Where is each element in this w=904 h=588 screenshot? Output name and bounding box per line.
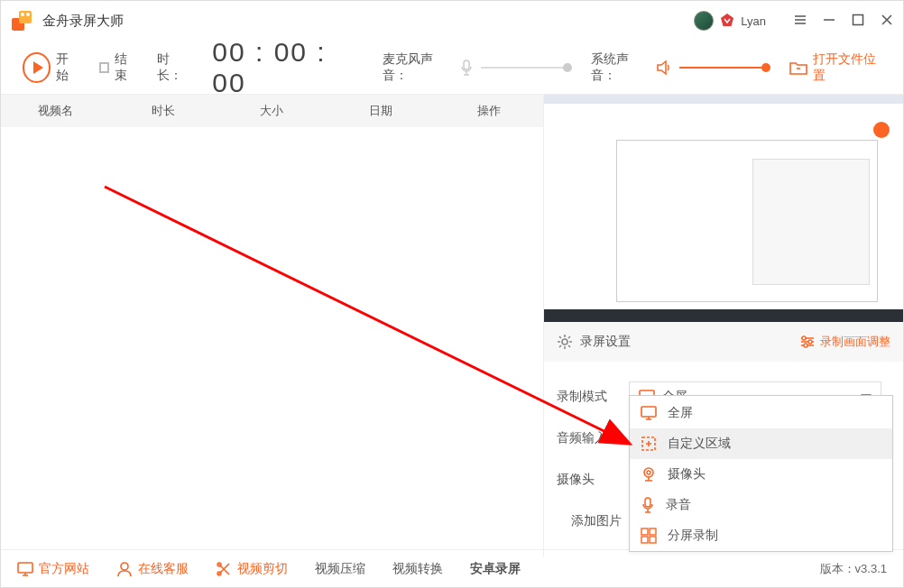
dropdown-item[interactable]: 全屏 — [630, 398, 892, 428]
vip-badge-icon — [719, 13, 735, 29]
open-folder-button[interactable]: 打开文件位置 — [789, 51, 881, 84]
maximize-button[interactable] — [851, 14, 865, 28]
stop-button[interactable]: 结束 — [99, 51, 138, 84]
sys-label: 系统声音： — [591, 51, 649, 84]
svg-rect-19 — [650, 537, 656, 543]
svg-point-14 — [647, 471, 650, 474]
svg-rect-15 — [645, 498, 650, 507]
th-date: 日期 — [326, 103, 434, 119]
webcam-icon — [641, 466, 657, 482]
username[interactable]: Lyan — [741, 14, 766, 28]
clip-icon — [216, 561, 232, 577]
split-icon — [641, 528, 657, 544]
camera-label: 摄像头 — [557, 472, 629, 488]
version-label: 版本：v3.3.1 — [820, 561, 887, 577]
stop-icon — [99, 62, 109, 73]
duration-label: 时长： — [157, 51, 192, 84]
svg-point-9 — [804, 344, 807, 347]
bottom-site[interactable]: 官方网站 — [17, 561, 89, 577]
svg-rect-4 — [853, 15, 863, 25]
bottom-service[interactable]: 在线客服 — [116, 561, 189, 577]
selection-icon — [641, 436, 657, 452]
mic-label: 麦克风声音： — [383, 51, 452, 84]
app-logo — [10, 8, 35, 33]
service-icon — [116, 561, 133, 577]
svg-rect-17 — [650, 528, 656, 535]
dropdown-item[interactable]: 摄像头 — [630, 459, 892, 490]
svg-point-3 — [26, 13, 30, 16]
dropdown-item[interactable]: 分屏录制 — [630, 520, 892, 551]
addimg-label: 添加图片 — [557, 513, 629, 529]
th-duration: 时长 — [109, 103, 217, 119]
dropdown-item[interactable]: 自定义区域 — [630, 428, 892, 459]
dropdown-item[interactable]: 录音 — [630, 490, 892, 520]
stop-label: 结束 — [115, 51, 137, 84]
svg-rect-11 — [641, 407, 656, 417]
avatar[interactable] — [694, 11, 714, 31]
site-icon — [17, 562, 33, 576]
close-button[interactable] — [880, 14, 894, 28]
svg-rect-1 — [19, 11, 32, 23]
menu-button[interactable] — [793, 14, 807, 28]
bottom-compress[interactable]: 视频压缩 — [315, 561, 365, 577]
svg-rect-5 — [464, 60, 469, 69]
th-size: 大小 — [217, 103, 326, 119]
system-volume[interactable]: 系统声音： — [591, 51, 770, 84]
monitor-icon — [641, 406, 657, 420]
mode-label: 录制模式 — [557, 389, 629, 405]
recmic-icon — [641, 497, 655, 513]
sliders-icon — [800, 335, 815, 349]
table-body-empty — [1, 127, 543, 549]
svg-point-6 — [562, 339, 567, 345]
gear-icon — [557, 334, 573, 350]
th-name: 视频名 — [1, 103, 109, 119]
svg-point-21 — [121, 563, 128, 570]
adjust-button[interactable]: 录制画面调整 — [800, 334, 890, 350]
settings-title: 录屏设置 — [557, 334, 631, 350]
bottom-android[interactable]: 安卓录屏 — [470, 561, 521, 577]
bottom-clip[interactable]: 视频剪切 — [216, 561, 288, 577]
mic-icon — [459, 60, 474, 76]
mic-volume[interactable]: 麦克风声音： — [383, 51, 571, 84]
start-label: 开始 — [56, 51, 79, 84]
preview-area — [543, 95, 903, 322]
mode-dropdown[interactable]: 全屏 自定义区域 摄像头 录音 分屏录制 — [629, 395, 893, 552]
svg-rect-16 — [641, 528, 648, 535]
timer: 00 : 00 : 00 — [212, 37, 357, 98]
speaker-icon — [656, 60, 672, 76]
play-icon — [23, 52, 51, 83]
svg-rect-20 — [18, 563, 32, 573]
open-folder-label: 打开文件位置 — [813, 51, 881, 84]
minimize-button[interactable] — [822, 14, 836, 28]
svg-point-8 — [808, 340, 812, 344]
svg-point-7 — [802, 336, 806, 340]
app-title: 金舟录屏大师 — [42, 13, 694, 30]
svg-point-2 — [21, 13, 24, 16]
start-button[interactable]: 开始 — [23, 51, 79, 84]
svg-point-13 — [644, 468, 653, 477]
bottom-convert[interactable]: 视频转换 — [392, 561, 443, 577]
audio-label: 音频输入 — [557, 430, 629, 446]
svg-rect-18 — [641, 537, 648, 543]
table-header: 视频名 时长 大小 日期 操作 — [1, 95, 543, 127]
th-actions: 操作 — [435, 103, 543, 119]
folder-icon — [789, 60, 807, 76]
